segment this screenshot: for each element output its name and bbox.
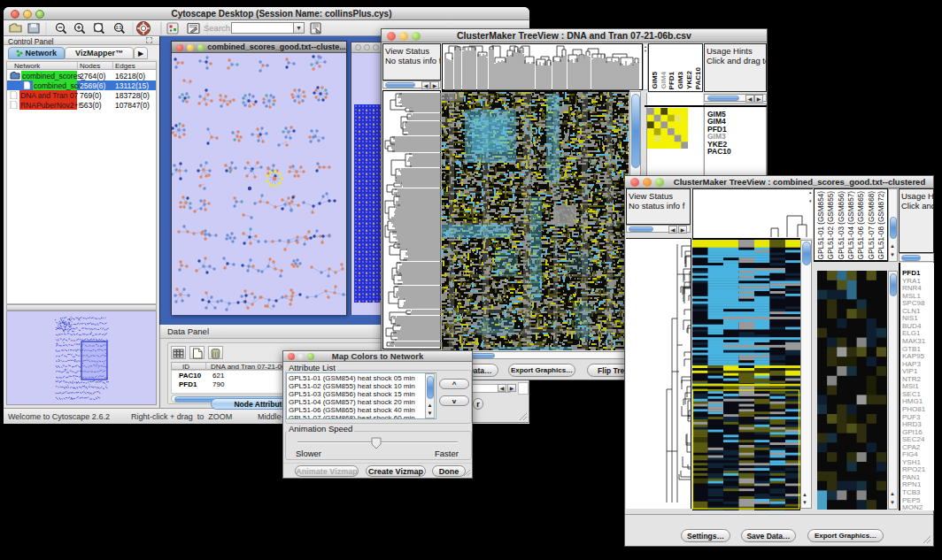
svg-text:1:1: 1:1 — [116, 26, 122, 30]
